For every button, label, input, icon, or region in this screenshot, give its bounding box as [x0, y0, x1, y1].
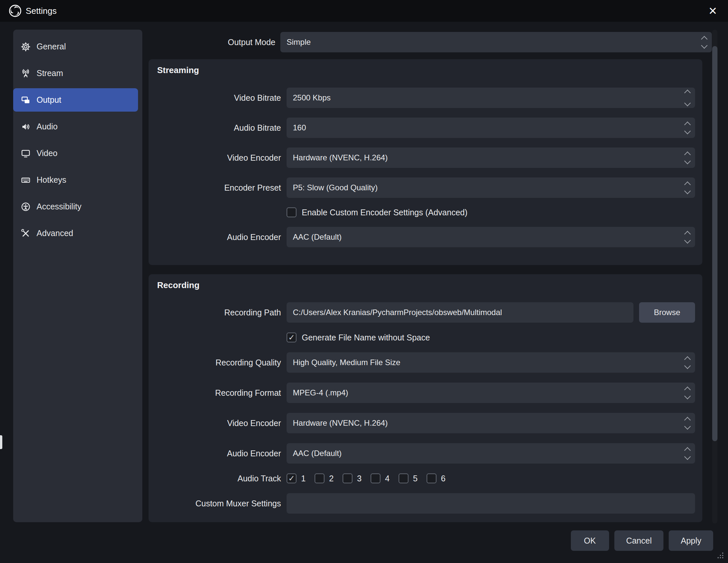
recording-path-label: Recording Path [149, 308, 281, 317]
dropdown-arrows-icon[interactable] [685, 413, 690, 433]
close-icon: × [709, 3, 717, 18]
obs-logo-icon [9, 4, 22, 17]
audio-track-1-label: 1 [301, 474, 306, 483]
audio-track-row: Audio Track 1 2 3 [149, 473, 702, 483]
recording-path-row: Recording Path C:/Users/Alex Kranias/Pyc… [149, 302, 702, 323]
dropdown-arrows-icon[interactable] [685, 227, 690, 247]
sidebar-item-label: Audio [37, 122, 58, 131]
recording-audio-encoder-select[interactable]: AAC (Default) [287, 443, 695, 464]
stream-video-encoder-select[interactable]: Hardware (NVENC, H.264) [287, 148, 695, 168]
encoder-preset-row: Encoder Preset P5: Slow (Good Quality) [149, 178, 702, 198]
dropdown-arrows-icon[interactable] [702, 32, 707, 52]
output-mode-select[interactable]: Simple [280, 32, 712, 52]
generate-file-name-checkbox[interactable] [287, 332, 296, 342]
apply-button[interactable]: Apply [669, 530, 713, 551]
keyboard-icon [21, 175, 31, 185]
background-window-sliver [0, 435, 2, 449]
video-bitrate-input[interactable]: 2500 Kbps [287, 88, 695, 108]
window-title: Settings [26, 6, 57, 16]
scrollbar-thumb[interactable] [712, 46, 717, 441]
audio-track-label: Audio Track [149, 474, 281, 483]
audio-track-4-checkbox[interactable] [371, 473, 380, 483]
dropdown-arrows-icon[interactable] [685, 443, 690, 464]
sidebar-item-stream[interactable]: Stream [13, 62, 138, 85]
encoder-preset-select[interactable]: P5: Slow (Good Quality) [287, 178, 695, 198]
output-mode-value: Simple [287, 38, 311, 47]
sidebar-item-advanced[interactable]: Advanced [13, 222, 138, 245]
sidebar-item-general[interactable]: General [13, 35, 138, 58]
custom-muxer-row: Custom Muxer Settings [149, 493, 702, 514]
cancel-button[interactable]: Cancel [614, 530, 664, 551]
audio-track-6: 6 [427, 473, 446, 483]
recording-section-title: Recording [157, 280, 200, 290]
audio-track-3-checkbox[interactable] [343, 473, 352, 483]
recording-video-encoder-select[interactable]: Hardware (NVENC, H.264) [287, 413, 695, 433]
enable-custom-encoder-checkbox[interactable] [287, 208, 296, 217]
sidebar-item-label: Stream [37, 69, 63, 78]
audio-track-2-label: 2 [329, 474, 334, 483]
stream-audio-encoder-label: Audio Encoder [149, 233, 281, 242]
sidebar-item-output[interactable]: Output [13, 88, 138, 112]
dropdown-arrows-icon[interactable] [685, 352, 690, 373]
recording-path-input[interactable]: C:/Users/Alex Kranias/PycharmProjects/ob… [287, 302, 633, 323]
recording-format-value: MPEG-4 (.mp4) [293, 388, 348, 397]
close-button[interactable]: × [706, 4, 719, 18]
dropdown-arrows-icon[interactable] [685, 382, 690, 403]
gear-icon [21, 42, 31, 52]
recording-format-row: Recording Format MPEG-4 (.mp4) [149, 382, 702, 403]
audio-bitrate-value: 160 [293, 123, 306, 132]
audio-track-2-checkbox[interactable] [315, 473, 324, 483]
sidebar-item-label: Output [37, 95, 61, 105]
dropdown-arrows-icon[interactable] [685, 178, 690, 198]
stream-audio-encoder-value: AAC (Default) [293, 233, 342, 242]
recording-quality-select[interactable]: High Quality, Medium File Size [287, 352, 695, 373]
streaming-section: Streaming Video Bitrate 2500 Kbps Audio … [149, 59, 702, 265]
sidebar-item-audio[interactable]: Audio [13, 115, 138, 138]
sidebar-item-label: Video [37, 149, 58, 158]
generate-file-name-row: Generate File Name without Space [287, 332, 702, 342]
audio-track-5: 5 [399, 473, 418, 483]
audio-track-1-checkbox[interactable] [287, 473, 296, 483]
audio-track-5-label: 5 [413, 474, 418, 483]
audio-track-checkboxes: 1 2 3 4 5 [287, 473, 695, 483]
sidebar-item-video[interactable]: Video [13, 142, 138, 165]
recording-section: Recording Recording Path C:/Users/Alex K… [149, 274, 702, 522]
recording-audio-encoder-label: Audio Encoder [149, 449, 281, 458]
video-bitrate-row: Video Bitrate 2500 Kbps [149, 88, 702, 108]
ok-button[interactable]: OK [571, 530, 609, 551]
display-icon [21, 149, 31, 158]
recording-format-select[interactable]: MPEG-4 (.mp4) [287, 382, 695, 403]
generate-file-name-label: Generate File Name without Space [302, 333, 430, 342]
sidebar-item-accessibility[interactable]: Accessibility [13, 195, 138, 218]
audio-track-1: 1 [287, 473, 306, 483]
audio-track-2: 2 [315, 473, 334, 483]
dropdown-arrows-icon[interactable] [685, 148, 690, 168]
broadcast-icon [21, 69, 31, 78]
custom-muxer-label: Custom Muxer Settings [149, 499, 281, 508]
sidebar-item-hotkeys[interactable]: Hotkeys [13, 168, 138, 192]
recording-video-encoder-value: Hardware (NVENC, H.264) [293, 418, 388, 428]
enable-custom-encoder-label: Enable Custom Encoder Settings (Advanced… [302, 208, 467, 217]
audio-track-6-checkbox[interactable] [427, 473, 436, 483]
audio-bitrate-label: Audio Bitrate [149, 123, 281, 133]
video-bitrate-value: 2500 Kbps [293, 93, 331, 102]
audio-bitrate-row: Audio Bitrate 160 [149, 118, 702, 138]
resize-grip[interactable] [716, 551, 724, 560]
output-mode-row: Output Mode Simple [149, 32, 712, 52]
stream-audio-encoder-row: Audio Encoder AAC (Default) [149, 227, 702, 247]
sidebar-item-label: Advanced [37, 229, 73, 238]
stream-video-encoder-row: Video Encoder Hardware (NVENC, H.264) [149, 148, 702, 168]
stream-audio-encoder-select[interactable]: AAC (Default) [287, 227, 695, 247]
browse-button[interactable]: Browse [639, 302, 695, 323]
spinner-arrows-icon[interactable] [685, 118, 690, 138]
output-mode-label: Output Mode [149, 38, 275, 47]
encoder-preset-label: Encoder Preset [149, 183, 281, 193]
custom-muxer-input[interactable] [287, 493, 695, 514]
recording-path-value: C:/Users/Alex Kranias/PycharmProjects/ob… [293, 308, 502, 317]
encoder-preset-value: P5: Slow (Good Quality) [293, 183, 378, 192]
audio-track-5-checkbox[interactable] [399, 473, 408, 483]
spinner-arrows-icon[interactable] [685, 88, 690, 108]
audio-track-4-label: 4 [385, 474, 390, 483]
sidebar-item-label: General [37, 42, 66, 51]
audio-bitrate-input[interactable]: 160 [287, 118, 695, 138]
